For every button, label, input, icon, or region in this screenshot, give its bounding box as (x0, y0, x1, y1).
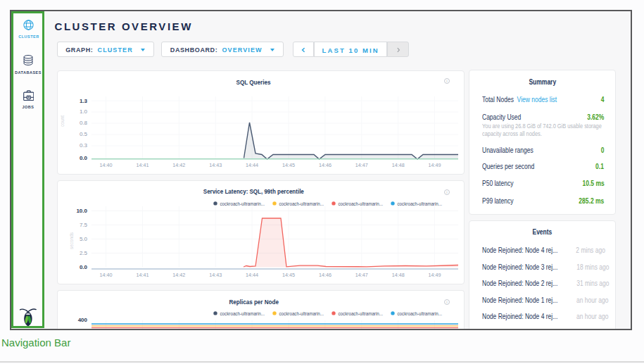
svg-text:14:45: 14:45 (282, 162, 295, 168)
svg-text:0.0: 0.0 (80, 264, 88, 270)
svg-text:cockroach-ultramarin...: cockroach-ultramarin... (279, 310, 324, 316)
svg-text:cockroach-ultramarin...: cockroach-ultramarin... (220, 200, 265, 206)
svg-text:0.5: 0.5 (80, 130, 88, 137)
svg-text:0.8: 0.8 (80, 119, 88, 125)
svg-text:14:45: 14:45 (282, 271, 295, 277)
svg-text:1.3: 1.3 (80, 97, 88, 103)
svg-text:14:49: 14:49 (429, 271, 441, 277)
svg-text:14:48: 14:48 (392, 271, 405, 277)
svg-text:14:48: 14:48 (392, 162, 405, 168)
svg-text:1.0: 1.0 (80, 108, 88, 115)
svg-text:14:42: 14:42 (172, 271, 185, 277)
svg-text:0.3: 0.3 (80, 142, 88, 148)
svg-text:Replicas per Node: Replicas per Node (229, 298, 279, 306)
svg-text:14:43: 14:43 (209, 271, 222, 277)
svg-text:cockroach-ultramarin...: cockroach-ultramarin... (339, 310, 384, 316)
svg-text:14:43: 14:43 (209, 162, 222, 168)
svg-text:cockroach-ultramarin...: cockroach-ultramarin... (339, 200, 384, 206)
svg-text:14:46: 14:46 (319, 162, 332, 168)
svg-text:count: count (60, 115, 65, 126)
svg-text:10.0: 10.0 (76, 208, 87, 214)
svg-text:14:47: 14:47 (355, 162, 368, 168)
svg-text:Service Latency: SQL, 99th per: Service Latency: SQL, 99th percentile (203, 187, 304, 195)
svg-text:14:44: 14:44 (246, 162, 258, 168)
svg-text:14:40: 14:40 (100, 271, 113, 277)
svg-text:2.5: 2.5 (80, 250, 88, 256)
svg-text:14:41: 14:41 (136, 162, 149, 168)
svg-text:14:40: 14:40 (100, 162, 113, 168)
svg-text:14:41: 14:41 (136, 271, 149, 277)
svg-text:14:44: 14:44 (246, 271, 258, 277)
svg-text:cockroach-ultramarin...: cockroach-ultramarin... (279, 200, 324, 206)
svg-text:seconds: seconds (69, 232, 74, 249)
svg-text:cockroach-ultramarin...: cockroach-ultramarin... (398, 310, 443, 316)
svg-text:7.5: 7.5 (80, 222, 88, 228)
svg-text:SQL Queries: SQL Queries (236, 77, 271, 85)
svg-text:cockroach-ultramarin...: cockroach-ultramarin... (398, 200, 443, 206)
svg-text:0.0: 0.0 (80, 154, 88, 161)
svg-text:14:47: 14:47 (355, 271, 368, 277)
svg-text:5.0: 5.0 (80, 236, 88, 242)
svg-text:cockroach-ultramarin...: cockroach-ultramarin... (220, 310, 265, 316)
svg-text:14:49: 14:49 (429, 162, 441, 168)
svg-text:14:46: 14:46 (319, 271, 332, 277)
svg-text:400: 400 (78, 316, 88, 322)
svg-text:14:42: 14:42 (172, 162, 185, 168)
